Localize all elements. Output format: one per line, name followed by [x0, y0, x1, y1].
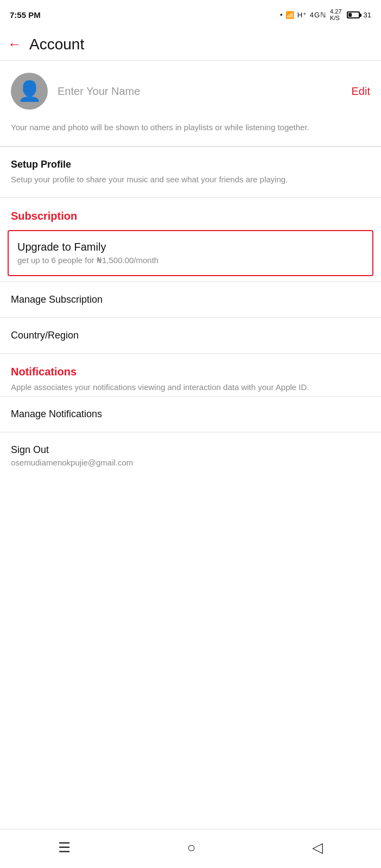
menu-icon[interactable]: ☰ [58, 839, 71, 856]
profile-desc-text: Your name and photo will be shown to oth… [11, 123, 309, 132]
bottom-nav: ☰ ○ ◁ [0, 829, 381, 868]
country-region-button[interactable]: Country/Region [0, 317, 381, 353]
setup-profile-title: Setup Profile [11, 159, 370, 170]
avatar[interactable]: 👤 [11, 73, 48, 110]
back-nav-icon[interactable]: ◁ [312, 839, 323, 856]
sign-out-email: osemudiamenokpujie@gmail.com [11, 458, 370, 467]
status-icons: • 📶 H⁺ 4Gℕ 4.27K/S 31 [280, 8, 371, 21]
person-icon: 👤 [17, 80, 42, 103]
edit-button[interactable]: Edit [352, 85, 370, 98]
profile-section: 👤 Enter Your Name Edit [0, 61, 381, 122]
battery-percent: 31 [364, 11, 371, 19]
notifications-section: Notifications Apple associates your noti… [0, 353, 381, 432]
country-region-label: Country/Region [11, 330, 79, 341]
sign-out-section[interactable]: Sign Out osemudiamenokpujie@gmail.com [0, 432, 381, 479]
setup-profile-desc: Setup your profile to share your music a… [11, 174, 370, 186]
status-bar: 7:55 PM • 📶 H⁺ 4Gℕ 4.27K/S 31 [0, 0, 381, 28]
subscription-title: Subscription [11, 210, 77, 222]
notifications-desc: Apple associates your notifications view… [11, 381, 370, 394]
manage-subscription-label: Manage Subscription [11, 294, 103, 305]
signal-icons: • 📶 H⁺ 4Gℕ [280, 11, 326, 19]
subscription-header: Subscription [0, 198, 381, 227]
notifications-header: Notifications Apple associates your noti… [0, 354, 381, 396]
upgrade-description: get up to 6 people for ₦1,500.00/month [17, 256, 364, 265]
speed-text: 4.27K/S [330, 8, 341, 21]
manage-subscription-button[interactable]: Manage Subscription [0, 282, 381, 317]
upgrade-to-family-button[interactable]: Upgrade to Family get up to 6 people for… [8, 230, 373, 276]
toolbar: ← Account [0, 28, 381, 61]
content-spacer [0, 479, 381, 829]
page-title: Account [29, 36, 84, 53]
profile-name[interactable]: Enter Your Name [58, 85, 352, 98]
sign-out-label: Sign Out [11, 444, 370, 456]
back-button[interactable]: ← [8, 36, 22, 53]
notifications-title: Notifications [11, 366, 370, 378]
home-icon[interactable]: ○ [187, 839, 196, 856]
manage-notifications-label: Manage Notifications [11, 409, 102, 419]
setup-profile-section[interactable]: Setup Profile Setup your profile to shar… [0, 146, 381, 199]
status-time: 7:55 PM [10, 10, 41, 20]
upgrade-title: Upgrade to Family [17, 241, 364, 253]
battery-icon [347, 11, 360, 18]
manage-notifications-button[interactable]: Manage Notifications [0, 396, 381, 432]
profile-description: Your name and photo will be shown to oth… [0, 122, 381, 146]
